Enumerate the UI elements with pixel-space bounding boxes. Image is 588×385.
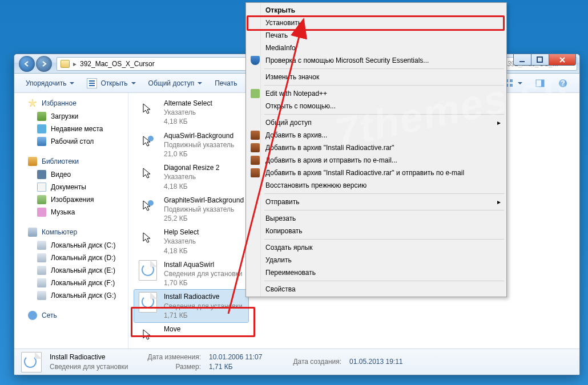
ctx-change-icon[interactable]: Изменить значок [247, 71, 505, 83]
drive-icon [37, 291, 46, 300]
file-name: Install Radioactive [164, 292, 243, 301]
ctx-print[interactable]: Печать [247, 29, 505, 42]
sidebar-favorites-header[interactable]: Избранное [14, 96, 128, 110]
sidebar-item-drive-c[interactable]: Локальный диск (C:) [14, 239, 128, 252]
file-item[interactable]: Diagonal Resize 2Указатель4,18 КБ [134, 161, 248, 193]
breadcrumb-folder[interactable]: 392_Mac_OS_X_Cursor [80, 60, 155, 68]
file-item[interactable]: Install AquaSwirlСведения для установки1… [134, 258, 248, 290]
status-created-value: 01.05.2013 19:11 [349, 357, 402, 366]
file-item[interactable]: AquaSwirl-BackgroundПодвижный указатель2… [134, 129, 248, 161]
ctx-add-archive-named[interactable]: Добавить в архив "Install Radioactive.ra… [247, 141, 505, 154]
file-name: Alternate Select [164, 99, 212, 108]
status-size-value: 1,71 КБ [209, 362, 262, 371]
breadcrumb-sep: ▸ [73, 60, 76, 68]
sidebar-item-drive-e[interactable]: Локальный диск (E:) [14, 264, 128, 277]
file-item[interactable]: Help SelectУказатель4,18 КБ [134, 225, 248, 258]
file-type: Сведения для установки [164, 302, 243, 311]
sidebar-libraries-header[interactable]: Библиотеки [14, 155, 128, 168]
ctx-add-archive[interactable]: Добавить в архив... [247, 129, 505, 141]
print-button[interactable]: Печать [209, 77, 243, 90]
file-size: 25,2 КБ [164, 214, 244, 223]
status-file-name: Install Radioactive [50, 352, 128, 362]
sidebar-item-drive-d[interactable]: Локальный диск (D:) [14, 252, 128, 264]
ctx-properties[interactable]: Свойства [247, 283, 505, 295]
cursor-icon [138, 325, 158, 345]
minimize-button[interactable] [513, 54, 531, 66]
file-item[interactable]: Install RadioactiveСведения для установк… [134, 290, 248, 322]
cursor-icon [138, 131, 158, 152]
sidebar-network-header[interactable]: Сеть [14, 309, 128, 322]
computer-icon [28, 228, 37, 237]
svg-point-10 [148, 136, 154, 141]
svg-rect-3 [510, 79, 513, 82]
close-button[interactable] [549, 54, 576, 66]
details-pane: Install Radioactive Сведения для установ… [14, 348, 579, 375]
sidebar-item-videos[interactable]: Видео [14, 168, 128, 181]
ctx-add-send[interactable]: Добавить в архив и отправить по e-mail..… [247, 154, 505, 167]
file-item[interactable]: Alternate SelectУказатель4,18 КБ [134, 96, 248, 129]
sidebar-item-pictures[interactable]: Изображения [14, 193, 128, 206]
file-item[interactable]: GraphiteSwirl-BackgroundПодвижный указат… [134, 193, 248, 226]
file-type-icon [21, 352, 42, 372]
sidebar-item-downloads[interactable]: Загрузки [14, 110, 128, 123]
file-item[interactable]: Move [134, 322, 248, 347]
nav-back-button[interactable] [19, 56, 35, 72]
ctx-edit-notepadpp[interactable]: Edit with Notepad++ [247, 87, 505, 100]
preview-pane-button[interactable] [529, 76, 551, 91]
window-controls [514, 54, 576, 66]
share-button[interactable]: Общий доступ [143, 77, 208, 90]
maximize-button[interactable] [531, 54, 549, 66]
ctx-open[interactable]: Открыть [247, 4, 505, 17]
svg-rect-7 [541, 80, 544, 87]
sidebar-item-recent[interactable]: Недавние места [14, 123, 128, 135]
shield-icon [251, 56, 260, 65]
ctx-restore[interactable]: Восстановить прежнюю версию [247, 179, 505, 192]
file-name: GraphiteSwirl-Background [164, 196, 244, 205]
winrar-icon [251, 168, 260, 177]
ctx-send-to[interactable]: Отправить [247, 196, 505, 208]
sidebar-item-drive-g[interactable]: Локальный диск (G:) [14, 289, 128, 302]
ctx-delete[interactable]: Удалить [247, 254, 505, 266]
ctx-rename[interactable]: Переименовать [247, 266, 505, 279]
downloads-icon [37, 112, 46, 121]
file-size: 1,71 КБ [164, 311, 243, 320]
drive-icon [37, 278, 46, 287]
cursor-icon [138, 228, 158, 248]
drive-icon [37, 266, 46, 275]
file-size: 4,18 КБ [164, 182, 219, 191]
file-size: 21,0 КБ [164, 149, 234, 159]
network-icon [28, 311, 37, 320]
music-icon [37, 208, 46, 217]
sidebar-item-drive-f[interactable]: Локальный диск (F:) [14, 277, 128, 289]
ctx-mse[interactable]: Проверка с помощью Microsoft Security Es… [247, 54, 505, 67]
cursor-icon [138, 163, 158, 184]
ctx-copy[interactable]: Копировать [247, 225, 505, 237]
file-type: Указатель [164, 237, 199, 246]
ctx-cut[interactable]: Вырезать [247, 212, 505, 225]
ctx-create-shortcut[interactable]: Создать ярлык [247, 241, 505, 254]
ctx-share[interactable]: Общий доступ [247, 116, 505, 129]
svg-point-11 [148, 200, 154, 206]
ctx-add-named-send[interactable]: Добавить в архив "Install Radioactive.ra… [247, 167, 505, 179]
svg-rect-5 [510, 84, 513, 87]
sidebar-item-music[interactable]: Музыка [14, 206, 128, 218]
file-name: Install AquaSwirl [164, 260, 243, 269]
ctx-open-with[interactable]: Открыть с помощью... [247, 100, 505, 112]
nav-forward-button[interactable] [36, 56, 52, 72]
desktop-icon [37, 137, 46, 146]
file-size: 1,70 КБ [164, 278, 243, 287]
context-menu: Открыть Установить Печать MediaInfo Пров… [245, 2, 507, 297]
file-type: Сведения для установки [164, 269, 243, 278]
ctx-mediainfo[interactable]: MediaInfo [247, 42, 505, 54]
winrar-icon [251, 156, 260, 165]
ctx-install[interactable]: Установить [247, 17, 505, 29]
sidebar-computer-header[interactable]: Компьютер [14, 225, 128, 239]
sidebar-item-documents[interactable]: Документы [14, 181, 128, 193]
libraries-icon [28, 157, 37, 166]
organize-button[interactable]: Упорядочить [20, 77, 80, 90]
sidebar-item-desktop[interactable]: Рабочий стол [14, 135, 128, 148]
recent-icon [37, 124, 46, 133]
winrar-icon [251, 143, 260, 152]
help-button[interactable]: ? [552, 76, 574, 91]
open-button[interactable]: Открыть [81, 76, 141, 91]
